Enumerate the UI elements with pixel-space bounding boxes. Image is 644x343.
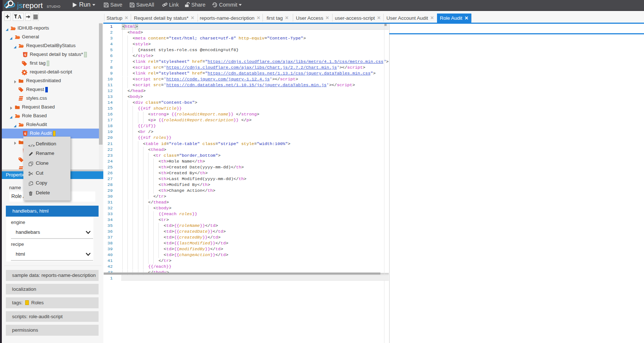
svg-text:A: A xyxy=(18,14,22,19)
svg-text:5: 5 xyxy=(24,132,26,136)
svg-text:5: 5 xyxy=(24,53,26,57)
